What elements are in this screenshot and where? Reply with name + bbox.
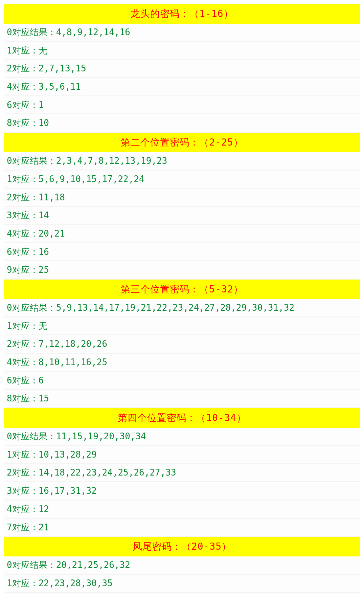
data-row: 6对应：16 xyxy=(4,243,360,262)
data-row: 4对应：12 xyxy=(4,501,360,519)
section: 第四个位置密码：（10-34）0对应结果：11,15,19,20,30,341对… xyxy=(4,408,360,537)
row-key: 1对应： xyxy=(7,449,39,460)
data-row: 1对应：无 xyxy=(4,317,360,336)
row-value: 21 xyxy=(39,522,49,532)
row-value: 5,9,13,14,17,19,21,22,23,24,27,28,29,30,… xyxy=(56,303,294,313)
row-value: 14,18,22,23,24,25,26,27,33 xyxy=(39,467,176,478)
code-table: 龙头的密码：（1-16）0对应结果：4,8,9,12,14,161对应：无2对应… xyxy=(0,0,364,594)
data-row: 1对应：10,13,28,29 xyxy=(4,446,360,464)
data-row: 1对应：5,6,9,10,15,17,22,24 xyxy=(4,171,360,189)
row-key: 6对应： xyxy=(7,100,39,110)
row-key: 4对应： xyxy=(7,504,39,514)
data-row: 9对应：25 xyxy=(4,261,360,280)
row-value: 6 xyxy=(39,375,44,386)
row-value: 10,13,28,29 xyxy=(39,449,97,460)
row-key: 2对应： xyxy=(7,339,39,349)
row-key: 0对应结果： xyxy=(7,303,56,313)
data-row: 0对应结果：4,8,9,12,14,16 xyxy=(4,24,360,42)
section: 凤尾密码：（20-35）0对应结果：20,21,25,26,321对应：22,2… xyxy=(4,537,360,594)
section: 第三个位置密码：（5-32）0对应结果：5,9,13,14,17,19,21,2… xyxy=(4,280,360,408)
row-key: 4对应： xyxy=(7,82,39,92)
data-row: 0对应结果：20,21,25,26,32 xyxy=(4,556,360,575)
row-key: 3对应： xyxy=(7,210,39,220)
row-key: 7对应： xyxy=(7,522,39,532)
row-value: 20,21,25,26,32 xyxy=(56,560,130,570)
row-key: 1对应： xyxy=(7,174,39,184)
row-key: 0对应结果： xyxy=(7,431,56,441)
data-row: 2对应：7,12,18,20,26 xyxy=(4,335,360,354)
row-value: 16,17,31,32 xyxy=(39,486,97,496)
section-header: 第三个位置密码：（5-32） xyxy=(4,280,360,299)
section-header: 第四个位置密码：（10-34） xyxy=(4,408,360,428)
data-row: 1对应：22,23,28,30,35 xyxy=(4,575,360,593)
row-value: 25 xyxy=(39,265,49,275)
data-row: 2对应：11,18 xyxy=(4,189,360,207)
row-value: 4,8,9,12,14,16 xyxy=(56,27,130,37)
row-value: 1 xyxy=(39,100,44,110)
data-row: 4对应：20,21 xyxy=(4,225,360,243)
data-row: 2对应：24,31 xyxy=(4,593,360,594)
row-key: 0对应结果： xyxy=(7,27,56,37)
row-key: 2对应： xyxy=(7,192,39,202)
row-value: 无 xyxy=(39,321,47,331)
row-key: 2对应： xyxy=(7,63,39,73)
row-value: 16 xyxy=(39,247,49,257)
row-key: 6对应： xyxy=(7,247,39,257)
row-key: 2对应： xyxy=(7,467,39,478)
row-value: 22,23,28,30,35 xyxy=(39,578,113,588)
row-value: 10 xyxy=(39,118,49,128)
data-row: 4对应：8,10,11,16,25 xyxy=(4,354,360,372)
row-value: 12 xyxy=(39,504,49,514)
row-key: 9对应： xyxy=(7,265,39,275)
data-row: 8对应：10 xyxy=(4,114,360,133)
row-key: 1对应： xyxy=(7,45,39,56)
section: 龙头的密码：（1-16）0对应结果：4,8,9,12,14,161对应：无2对应… xyxy=(4,4,360,133)
row-value: 2,3,4,7,8,12,13,19,23 xyxy=(56,156,167,166)
row-key: 3对应： xyxy=(7,486,39,496)
data-row: 4对应：3,5,6,11 xyxy=(4,78,360,96)
row-value: 2,7,13,15 xyxy=(39,63,86,73)
section-header: 第二个位置密码：（2-25） xyxy=(4,133,360,152)
row-value: 无 xyxy=(39,45,47,56)
row-value: 7,12,18,20,26 xyxy=(39,339,108,349)
row-value: 20,21 xyxy=(39,228,65,239)
data-row: 2对应：14,18,22,23,24,25,26,27,33 xyxy=(4,464,360,482)
row-key: 1对应： xyxy=(7,321,39,331)
row-value: 5,6,9,10,15,17,22,24 xyxy=(39,174,144,184)
data-row: 6对应：6 xyxy=(4,372,360,390)
data-row: 0对应结果：5,9,13,14,17,19,21,22,23,24,27,28,… xyxy=(4,299,360,317)
row-value: 11,18 xyxy=(39,192,65,202)
row-key: 8对应： xyxy=(7,393,39,403)
row-value: 3,5,6,11 xyxy=(39,82,81,92)
section: 第二个位置密码：（2-25）0对应结果：2,3,4,7,8,12,13,19,2… xyxy=(4,133,360,280)
data-row: 3对应：16,17,31,32 xyxy=(4,482,360,501)
row-key: 8对应： xyxy=(7,118,39,128)
section-header: 龙头的密码：（1-16） xyxy=(4,4,360,24)
data-row: 2对应：2,7,13,15 xyxy=(4,60,360,78)
data-row: 7对应：21 xyxy=(4,519,360,537)
data-row: 3对应：14 xyxy=(4,207,360,225)
row-key: 1对应： xyxy=(7,578,39,588)
data-row: 8对应：15 xyxy=(4,390,360,408)
section-header: 凤尾密码：（20-35） xyxy=(4,537,360,556)
row-key: 4对应： xyxy=(7,228,39,239)
row-value: 11,15,19,20,30,34 xyxy=(56,431,146,441)
row-key: 4对应： xyxy=(7,357,39,367)
data-row: 6对应：1 xyxy=(4,96,360,115)
data-row: 1对应：无 xyxy=(4,42,360,60)
row-key: 6对应： xyxy=(7,375,39,386)
data-row: 0对应结果：11,15,19,20,30,34 xyxy=(4,428,360,446)
row-key: 0对应结果： xyxy=(7,560,56,570)
data-row: 0对应结果：2,3,4,7,8,12,13,19,23 xyxy=(4,152,360,171)
row-value: 15 xyxy=(39,393,49,403)
row-key: 0对应结果： xyxy=(7,156,56,166)
row-value: 8,10,11,16,25 xyxy=(39,357,108,367)
row-value: 14 xyxy=(39,210,49,220)
